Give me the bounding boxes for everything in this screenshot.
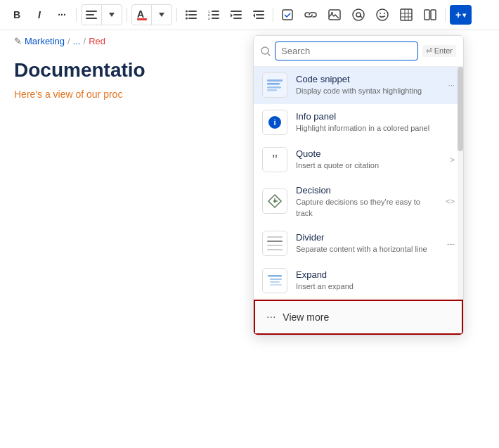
svg-rect-20 xyxy=(253,11,264,12)
code-snippet-desc: Display code with syntax highlighting xyxy=(296,86,440,96)
code-lines-icon xyxy=(266,77,284,93)
svg-point-30 xyxy=(384,13,385,14)
decision-text: Decision Capture decisions so they're ea… xyxy=(296,184,437,219)
link-button[interactable] xyxy=(300,5,321,25)
insert-plus-button[interactable]: + ▾ xyxy=(450,5,472,25)
emoji-button[interactable] xyxy=(372,5,393,25)
breadcrumb-marketing[interactable]: Marketing xyxy=(25,36,65,46)
divider-line-3 xyxy=(267,245,283,246)
search-box: ⏎ Enter xyxy=(254,36,463,67)
text-color-button[interactable]: A xyxy=(132,5,152,25)
task-button[interactable] xyxy=(278,5,297,25)
svg-rect-6 xyxy=(188,11,197,12)
breadcrumb-sep-2: / xyxy=(84,36,86,46)
svg-rect-37 xyxy=(431,10,436,20)
svg-rect-40 xyxy=(267,79,283,82)
text-color-icon: A xyxy=(137,9,147,20)
divider-line-4 xyxy=(267,249,283,250)
mention-button[interactable] xyxy=(348,5,369,25)
menu-item-expand[interactable]: Expand Insert an expand xyxy=(254,262,463,300)
task-icon xyxy=(282,9,293,20)
menu-list: Code snippet Display code with syntax hi… xyxy=(254,67,463,300)
svg-point-28 xyxy=(377,9,388,20)
breadcrumb-ellipsis[interactable]: ... xyxy=(73,36,81,46)
svg-point-29 xyxy=(380,13,381,14)
info-panel-desc: Highlight information in a colored panel xyxy=(296,123,446,134)
more-button[interactable]: ··· xyxy=(52,5,72,25)
svg-rect-12 xyxy=(212,11,219,12)
table-button[interactable] xyxy=(396,5,417,25)
align-button[interactable] xyxy=(82,5,102,25)
menu-item-code-snippet[interactable]: Code snippet Display code with syntax hi… xyxy=(254,67,463,104)
expand-icon xyxy=(262,268,287,293)
view-more-button[interactable]: ··· View more xyxy=(254,300,463,335)
image-icon xyxy=(328,9,341,20)
code-snippet-text: Code snippet Display code with syntax hi… xyxy=(296,73,440,97)
svg-rect-31 xyxy=(401,9,412,20)
breadcrumb-sep-1: / xyxy=(67,36,70,46)
link-icon xyxy=(304,11,317,19)
search-icon xyxy=(261,46,271,56)
svg-text:A: A xyxy=(137,9,144,20)
columns-button[interactable] xyxy=(420,5,441,25)
breadcrumb-current[interactable]: Red xyxy=(89,36,105,46)
divider-desc: Separate content with a horizontal line xyxy=(296,244,439,255)
quote-title: Quote xyxy=(296,148,442,160)
decision-shape-icon xyxy=(267,193,283,209)
svg-rect-41 xyxy=(267,83,280,85)
svg-point-26 xyxy=(353,9,364,20)
numbered-list-button[interactable]: 1.2.3. xyxy=(204,5,223,25)
bold-button[interactable]: B xyxy=(7,5,27,25)
quote-text: Quote Insert a quote or citation xyxy=(296,148,442,172)
numbered-list-icon: 1.2.3. xyxy=(208,10,219,20)
svg-rect-43 xyxy=(267,89,277,91)
quote-mark-icon: " xyxy=(272,153,278,167)
svg-rect-48 xyxy=(270,279,282,280)
toolbar-separator-1 xyxy=(76,8,77,22)
table-icon xyxy=(400,8,413,21)
enter-badge: ⏎ Enter xyxy=(422,45,456,57)
menu-item-decision[interactable]: Decision Capture decisions so they're ea… xyxy=(254,179,463,225)
code-snippet-shortcut: ··· xyxy=(448,81,455,89)
indent-button[interactable] xyxy=(226,5,246,25)
columns-icon xyxy=(424,9,436,20)
expand-desc: Insert an expand xyxy=(296,281,446,292)
view-more-label: View more xyxy=(283,312,329,323)
svg-text:3.: 3. xyxy=(208,17,210,20)
scroll-thumb[interactable] xyxy=(458,67,463,151)
image-button[interactable] xyxy=(324,5,345,25)
svg-rect-2 xyxy=(86,18,97,19)
bullet-list-button[interactable] xyxy=(181,5,201,25)
svg-rect-10 xyxy=(188,18,197,19)
toolbar-separator-4 xyxy=(273,8,273,22)
search-input[interactable] xyxy=(275,41,418,60)
color-dropdown-button[interactable] xyxy=(152,5,171,25)
expand-title: Expand xyxy=(296,269,446,281)
menu-item-divider[interactable]: Divider Separate content with a horizont… xyxy=(254,225,463,262)
menu-item-info-panel[interactable]: i Info panel Highlight information in a … xyxy=(254,104,463,141)
divider-shortcut: --- xyxy=(447,239,455,248)
chevron-label: ▾ xyxy=(462,11,466,19)
quote-desc: Insert a quote or citation xyxy=(296,160,442,171)
insert-dropdown: ⏎ Enter Code snippet Display code with s… xyxy=(253,35,464,335)
info-panel-text: Info panel Highlight information in a co… xyxy=(296,110,446,134)
chevron-down-icon xyxy=(109,13,115,17)
divider-line-2 xyxy=(267,241,283,242)
decision-title: Decision xyxy=(296,184,437,197)
svg-rect-18 xyxy=(233,14,242,15)
code-snippet-title: Code snippet xyxy=(296,73,440,86)
svg-rect-19 xyxy=(233,18,242,19)
menu-item-quote[interactable]: " Quote Insert a quote or citation > xyxy=(254,141,463,179)
svg-point-5 xyxy=(186,11,188,13)
scroll-track xyxy=(458,67,463,300)
align-dropdown-button[interactable] xyxy=(102,5,122,25)
quote-shortcut: > xyxy=(451,155,455,164)
plus-label: + xyxy=(455,9,461,20)
svg-rect-17 xyxy=(231,11,242,12)
svg-rect-1 xyxy=(86,14,94,15)
info-panel-icon: i xyxy=(262,110,287,135)
svg-rect-8 xyxy=(188,14,197,15)
italic-button[interactable]: I xyxy=(30,5,49,25)
outdent-button[interactable] xyxy=(249,5,268,25)
align-group xyxy=(81,4,122,25)
